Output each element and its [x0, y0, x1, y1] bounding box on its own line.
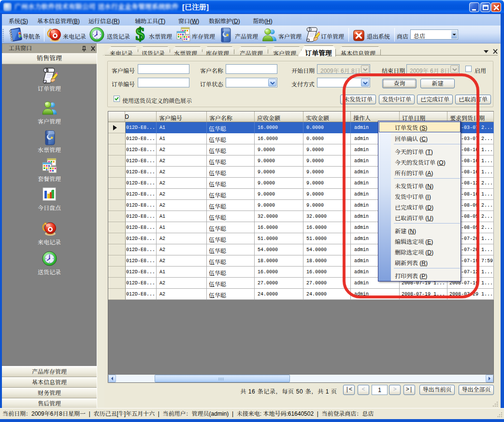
svg-text:$: $: [136, 27, 145, 42]
